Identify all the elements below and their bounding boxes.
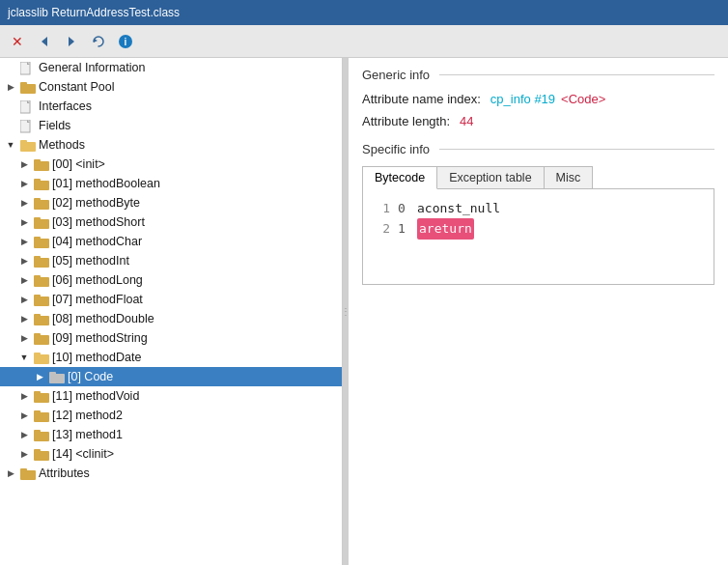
tree-item-method-long[interactable]: ▶ [06] methodLong — [0, 270, 342, 290]
svg-rect-14 — [20, 140, 27, 144]
attr-name-red-value: <Code> — [561, 92, 605, 106]
tree-item-method-float[interactable]: ▶ [07] methodFloat — [0, 290, 342, 309]
expand-arrow-attributes[interactable]: ▶ — [4, 466, 17, 480]
back-button[interactable] — [33, 30, 56, 53]
tree-item-method-double[interactable]: ▶ [08] methodDouble — [0, 309, 342, 328]
expand-arrow-constant-pool[interactable]: ▶ — [4, 80, 17, 94]
interfaces-label: Interfaces — [39, 99, 92, 113]
bytecode-line-1: 1 0 aconst_null — [375, 199, 702, 218]
int-label: [05] methodInt — [52, 254, 129, 268]
tree-item-method-string[interactable]: ▶ [09] methodString — [0, 328, 342, 348]
init-label: [00] <init> — [52, 157, 105, 171]
tree-item-code-0[interactable]: ▶ [0] Code — [0, 367, 342, 386]
date-label: [10] methodDate — [52, 351, 141, 364]
expand-arrow-init[interactable]: ▶ — [17, 157, 31, 171]
forward-button[interactable] — [60, 30, 83, 53]
expand-arrow-short[interactable]: ▶ — [17, 215, 31, 229]
expand-arrow-float[interactable]: ▶ — [17, 293, 31, 306]
doc-icon-general-info — [20, 62, 36, 73]
tree-item-fields[interactable]: ▶ Fields — [0, 116, 342, 135]
info-button[interactable]: i — [114, 30, 137, 53]
toolbar: ✕ i — [0, 25, 728, 58]
folder-icon-long — [34, 274, 49, 286]
svg-rect-8 — [20, 82, 27, 86]
tree-item-methods[interactable]: ▼ Methods — [0, 135, 342, 155]
bytecode-line-2: 2 1 areturn — [375, 218, 702, 240]
offset-2: 1 — [398, 219, 409, 239]
constant-pool-label: Constant Pool — [39, 80, 115, 94]
method1-label: [13] method1 — [52, 428, 123, 441]
main-area: ▶ General Information ▶ Constant Pool ▶ … — [0, 58, 728, 565]
tab-bytecode[interactable]: Bytecode — [363, 167, 437, 189]
expand-arrow-code-0[interactable]: ▶ — [33, 370, 46, 383]
tab-exception-table[interactable]: Exception table — [437, 167, 544, 188]
tab-content-bytecode: 1 0 aconst_null 2 1 areturn — [362, 188, 714, 285]
folder-icon-method1 — [34, 429, 49, 440]
tree-item-method-bool[interactable]: ▶ [01] methodBoolean — [0, 174, 342, 193]
float-label: [07] methodFloat — [52, 293, 143, 306]
attr-name-cyan-value[interactable]: cp_info #19 — [490, 92, 555, 106]
opcode-2: areturn — [417, 218, 474, 240]
expand-arrow-char[interactable]: ▶ — [17, 235, 31, 248]
bool-label: [01] methodBoolean — [52, 177, 160, 190]
svg-text:i: i — [125, 37, 127, 47]
tree-item-interfaces[interactable]: ▶ Interfaces — [0, 97, 342, 116]
tree-item-method-char[interactable]: ▶ [04] methodChar — [0, 232, 342, 251]
expand-arrow-method1[interactable]: ▶ — [17, 428, 31, 441]
svg-rect-36 — [34, 353, 41, 356]
expand-arrow-void[interactable]: ▶ — [17, 389, 31, 403]
folder-icon-string — [34, 332, 49, 344]
svg-rect-16 — [34, 159, 41, 163]
line-num-1: 1 — [375, 199, 390, 218]
tree-item-method-void[interactable]: ▶ [11] methodVoid — [0, 386, 342, 406]
svg-rect-34 — [34, 333, 41, 337]
folder-icon-code-0 — [49, 371, 65, 382]
close-button[interactable]: ✕ — [6, 30, 29, 53]
folder-icon-method2 — [34, 410, 49, 421]
svg-rect-20 — [34, 198, 41, 202]
expand-arrow-clinit[interactable]: ▶ — [17, 447, 31, 461]
folder-icon-int — [34, 255, 49, 267]
expand-arrow-double[interactable]: ▶ — [17, 312, 31, 325]
title-bar-text: jclasslib ReturnAddressTest.class — [8, 6, 180, 19]
expand-arrow-int[interactable]: ▶ — [17, 254, 31, 268]
refresh-button[interactable] — [87, 30, 110, 53]
svg-rect-30 — [34, 295, 41, 298]
long-label: [06] methodLong — [52, 273, 143, 287]
specific-info-label: Specific info — [362, 142, 430, 156]
double-label: [08] methodDouble — [52, 312, 154, 325]
folder-icon-byte — [34, 197, 49, 209]
expand-arrow-date[interactable]: ▼ — [17, 351, 31, 364]
tree-item-attributes[interactable]: ▶ Attributes — [0, 464, 342, 483]
tree-item-general-info[interactable]: ▶ General Information — [0, 58, 342, 77]
tree-item-method-date[interactable]: ▼ [10] methodDate — [0, 348, 342, 367]
specific-info-section: Specific info Bytecode Exception table M… — [362, 142, 714, 285]
svg-rect-32 — [34, 314, 41, 318]
tree-item-method-2[interactable]: ▶ [12] method2 — [0, 406, 342, 425]
generic-info-label: Generic info — [362, 68, 430, 82]
svg-rect-18 — [34, 179, 41, 183]
expand-arrow-byte[interactable]: ▶ — [17, 196, 31, 210]
folder-icon-bool — [34, 178, 49, 189]
detail-panel: Generic info Attribute name index: cp_in… — [349, 58, 728, 565]
svg-rect-40 — [34, 391, 41, 395]
svg-rect-38 — [49, 372, 56, 376]
expand-arrow-string[interactable]: ▶ — [17, 331, 31, 345]
tree-item-clinit[interactable]: ▶ [14] <clinit> — [0, 444, 342, 464]
tree-item-method-byte[interactable]: ▶ [02] methodByte — [0, 193, 342, 212]
tree-item-init[interactable]: ▶ [00] <init> — [0, 155, 342, 174]
expand-arrow-method2[interactable]: ▶ — [17, 409, 31, 422]
folder-icon-float — [34, 294, 49, 305]
tree-item-method-short[interactable]: ▶ [03] methodShort — [0, 212, 342, 232]
expand-arrow-long[interactable]: ▶ — [17, 273, 31, 287]
tree-item-constant-pool[interactable]: ▶ Constant Pool — [0, 77, 342, 97]
expand-arrow-methods[interactable]: ▼ — [4, 138, 17, 152]
tree-item-method-int[interactable]: ▶ [05] methodInt — [0, 251, 342, 270]
tabs-bar: Bytecode Exception table Misc — [362, 166, 593, 188]
fields-label: Fields — [39, 119, 70, 132]
expand-arrow-bool[interactable]: ▶ — [17, 177, 31, 190]
svg-rect-22 — [34, 217, 41, 221]
tree-item-method-1[interactable]: ▶ [13] method1 — [0, 425, 342, 444]
svg-rect-44 — [34, 430, 41, 434]
tab-misc[interactable]: Misc — [545, 167, 593, 188]
